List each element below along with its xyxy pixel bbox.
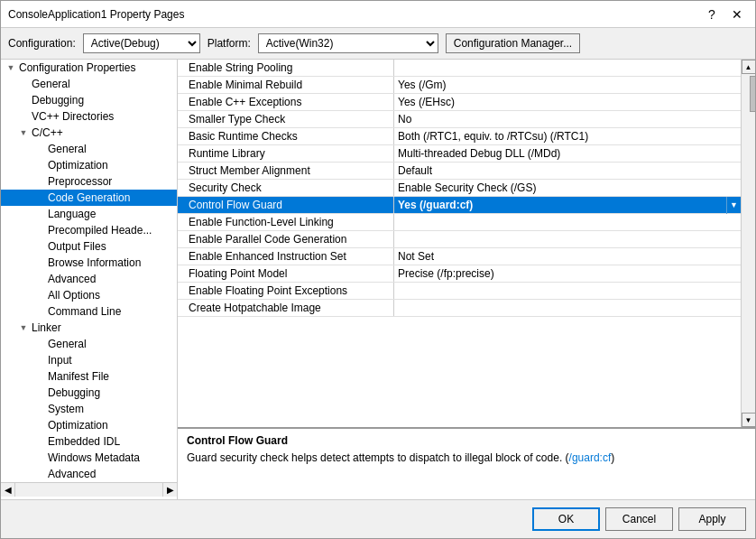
- prop-row-function-level-linking[interactable]: Enable Function-Level Linking: [178, 214, 741, 231]
- expander-icon-command-line: [33, 305, 46, 318]
- expander-icon-config-properties: ▼: [5, 61, 17, 74]
- prop-row-struct-member-alignment[interactable]: Struct Member AlignmentDefault: [178, 163, 741, 180]
- prop-row-enable-cpp-exceptions[interactable]: Enable C++ ExceptionsYes (/EHsc): [178, 94, 741, 111]
- sidebar-item-system[interactable]: System: [1, 401, 177, 417]
- sidebar-item-linker[interactable]: ▼Linker: [1, 320, 177, 336]
- scroll-thumb[interactable]: [750, 76, 756, 112]
- sidebar-label-advanced: Advanced: [46, 273, 96, 285]
- sidebar-label-debugging: Debugging: [30, 94, 84, 107]
- expander-icon-browse-information: [33, 256, 46, 269]
- sidebar-item-precompiled-headers[interactable]: Precompiled Heade...: [1, 222, 177, 238]
- sidebar-item-debugging[interactable]: Debugging: [1, 92, 177, 108]
- sidebar-label-precompiled-headers: Precompiled Heade...: [46, 224, 152, 237]
- sidebar-label-general-3: General: [46, 338, 87, 350]
- prop-row-floating-point-exceptions[interactable]: Enable Floating Point Exceptions: [178, 283, 741, 300]
- sidebar-label-general-2: General: [46, 143, 87, 155]
- sidebar-label-optimization-2: Optimization: [46, 419, 108, 432]
- sidebar-item-advanced-2[interactable]: Advanced: [1, 466, 177, 482]
- sidebar-label-optimization: Optimization: [46, 159, 108, 172]
- sidebar-item-all-options[interactable]: All Options: [1, 287, 177, 303]
- cancel-button[interactable]: Cancel: [605, 507, 673, 531]
- config-manager-button[interactable]: Configuration Manager...: [446, 33, 580, 53]
- config-select[interactable]: Active(Debug): [83, 33, 200, 53]
- expander-icon-general-1: [17, 78, 30, 90]
- prop-value-floating-point-model: Precise (/fp:precise): [394, 265, 741, 282]
- sidebar-item-windows-metadata[interactable]: Windows Metadata: [1, 450, 177, 466]
- apply-button[interactable]: Apply: [678, 507, 746, 531]
- prop-name-smaller-type-check: Smaller Type Check: [178, 111, 394, 127]
- sidebar-label-windows-metadata: Windows Metadata: [46, 451, 140, 464]
- window-title: ConsoleApplication1 Property Pages: [8, 8, 184, 21]
- sidebar-scroll-right[interactable]: ▶: [162, 483, 177, 497]
- description-link[interactable]: /guard:cf: [569, 451, 612, 464]
- expander-icon-code-generation: [33, 191, 46, 204]
- close-button[interactable]: ✕: [726, 5, 748, 23]
- prop-name-floating-point-model: Floating Point Model: [178, 265, 394, 282]
- prop-name-enable-cpp-exceptions: Enable C++ Exceptions: [178, 94, 394, 110]
- prop-row-runtime-library[interactable]: Runtime LibraryMulti-threaded Debug DLL …: [178, 145, 741, 163]
- sidebar-item-optimization[interactable]: Optimization: [1, 157, 177, 173]
- sidebar-scroll-left[interactable]: ◀: [1, 483, 15, 497]
- sidebar-item-code-generation[interactable]: Code Generation: [1, 190, 177, 206]
- prop-row-floating-point-model[interactable]: Floating Point ModelPrecise (/fp:precise…: [178, 265, 741, 283]
- prop-value-control-flow-guard: Yes (/guard:cf): [394, 197, 726, 213]
- titlebar: ConsoleApplication1 Property Pages ? ✕: [1, 1, 755, 28]
- sidebar-item-command-line[interactable]: Command Line: [1, 303, 177, 320]
- prop-name-parallel-code-gen: Enable Parallel Code Generation: [178, 231, 394, 247]
- titlebar-controls: ? ✕: [701, 5, 748, 23]
- expander-icon-windows-metadata: [33, 451, 46, 464]
- expander-icon-vc-directories: [17, 110, 30, 123]
- sidebar-item-general-1[interactable]: General: [1, 76, 177, 92]
- scroll-up-btn[interactable]: ▲: [742, 60, 756, 74]
- config-label: Configuration:: [8, 37, 76, 50]
- prop-row-hotpatchable-image[interactable]: Create Hotpatchable Image: [178, 300, 741, 317]
- ok-button[interactable]: OK: [532, 507, 600, 531]
- expander-icon-general-2: [33, 143, 46, 155]
- sidebar-item-embedded-idl[interactable]: Embedded IDL: [1, 433, 177, 450]
- expander-icon-system: [33, 403, 46, 415]
- sidebar-item-input[interactable]: Input: [1, 352, 177, 368]
- prop-row-enhanced-instruction-set[interactable]: Enable Enhanced Instruction SetNot Set: [178, 248, 741, 265]
- sidebar-label-manifest-file: Manifest File: [46, 370, 109, 383]
- sidebar-item-advanced[interactable]: Advanced: [1, 271, 177, 287]
- expander-icon-linker: ▼: [17, 321, 30, 334]
- sidebar-label-system: System: [46, 403, 84, 415]
- sidebar-item-general-2[interactable]: General: [1, 141, 177, 157]
- expander-icon-embedded-idl: [33, 435, 46, 448]
- dropdown-arrow-icon[interactable]: ▼: [726, 197, 741, 214]
- sidebar-label-general-1: General: [30, 78, 70, 90]
- help-button[interactable]: ?: [701, 5, 723, 23]
- sidebar-item-cpp[interactable]: ▼C/C++: [1, 125, 177, 141]
- sidebar-item-debugging-2[interactable]: Debugging: [1, 385, 177, 401]
- prop-row-smaller-type-check[interactable]: Smaller Type CheckNo: [178, 111, 741, 128]
- sidebar-item-output-files[interactable]: Output Files: [1, 238, 177, 255]
- prop-value-runtime-library: Multi-threaded Debug DLL (/MDd): [394, 145, 741, 162]
- prop-row-parallel-code-gen[interactable]: Enable Parallel Code Generation: [178, 231, 741, 248]
- right-scrollbar[interactable]: ▲ ▼: [741, 60, 755, 427]
- sidebar-item-language[interactable]: Language: [1, 206, 177, 222]
- expander-icon-preprocessor: [33, 175, 46, 188]
- sidebar-item-general-3[interactable]: General: [1, 336, 177, 352]
- prop-value-security-check: Enable Security Check (/GS): [394, 180, 741, 196]
- prop-row-control-flow-guard[interactable]: Control Flow GuardYes (/guard:cf)▼: [178, 197, 741, 214]
- scroll-down-btn[interactable]: ▼: [742, 413, 756, 427]
- sidebar-item-manifest-file[interactable]: Manifest File: [1, 368, 177, 385]
- prop-row-enable-minimal-rebuild[interactable]: Enable Minimal RebuildYes (/Gm): [178, 77, 741, 94]
- prop-row-security-check[interactable]: Security CheckEnable Security Check (/GS…: [178, 180, 741, 197]
- expander-icon-debugging-2: [33, 386, 46, 399]
- sidebar-item-preprocessor[interactable]: Preprocessor: [1, 173, 177, 190]
- prop-row-enable-string-pooling[interactable]: Enable String Pooling: [178, 60, 741, 77]
- prop-row-basic-runtime-checks[interactable]: Basic Runtime ChecksBoth (/RTC1, equiv. …: [178, 128, 741, 145]
- expander-icon-manifest-file: [33, 370, 46, 383]
- sidebar-item-browse-information[interactable]: Browse Information: [1, 255, 177, 271]
- sidebar-label-linker: Linker: [30, 321, 61, 334]
- expander-icon-optimization: [33, 159, 46, 172]
- prop-value-hotpatchable-image: [394, 300, 741, 316]
- sidebar-label-embedded-idl: Embedded IDL: [46, 435, 120, 448]
- sidebar-item-config-properties[interactable]: ▼Configuration Properties: [1, 60, 177, 76]
- sidebar-item-vc-directories[interactable]: VC++ Directories: [1, 108, 177, 125]
- platform-select[interactable]: Active(Win32): [258, 33, 438, 53]
- sidebar-item-optimization-2[interactable]: Optimization: [1, 417, 177, 433]
- expander-icon-all-options: [33, 289, 46, 302]
- prop-value-enable-cpp-exceptions: Yes (/EHsc): [394, 94, 741, 110]
